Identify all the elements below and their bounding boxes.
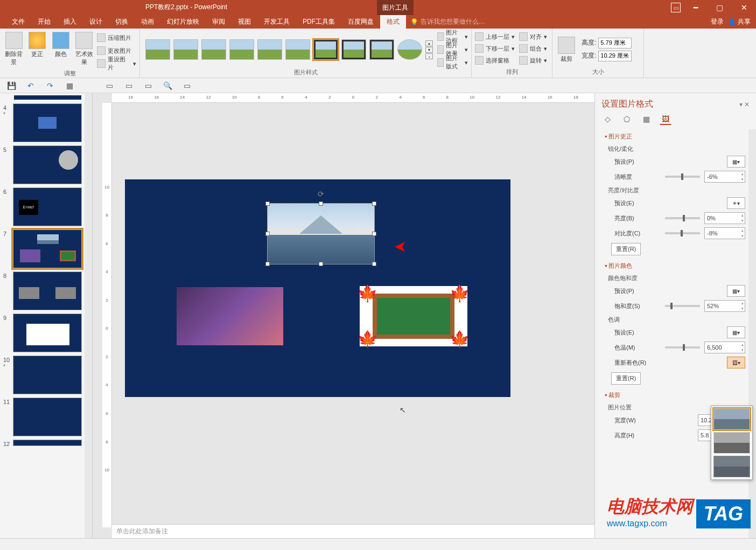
- recolor-option[interactable]: [713, 456, 750, 477]
- tone-preset-button[interactable]: ▦▾: [727, 326, 745, 338]
- recolor-popup[interactable]: [711, 406, 753, 480]
- saturation-preset-button[interactable]: ▦▾: [727, 285, 745, 297]
- pane-tab-picture[interactable]: 🖼: [660, 113, 671, 125]
- tab-insert[interactable]: 插入: [57, 15, 83, 29]
- crop-button[interactable]: 裁剪: [556, 36, 577, 63]
- change-picture-button[interactable]: 更改图片: [97, 45, 136, 57]
- style-preset[interactable]: [201, 39, 226, 60]
- slide-thumb[interactable]: E=mc²: [13, 187, 82, 226]
- picture-border-button[interactable]: 图片边框 ▾: [437, 31, 468, 43]
- section-corrections[interactable]: 图片更正: [605, 129, 751, 143]
- pane-tab-effects[interactable]: ⬠: [621, 113, 633, 125]
- clarity-value[interactable]: -6%: [704, 171, 745, 183]
- slide-thumb[interactable]: [13, 356, 82, 394]
- color-button[interactable]: 颜色: [50, 31, 71, 58]
- reset-picture-button[interactable]: 重设图片 ▾: [97, 58, 136, 69]
- pane-tab-fill[interactable]: ◇: [601, 113, 613, 125]
- slide-thumb[interactable]: [13, 314, 82, 352]
- qat-icon[interactable]: ▭: [182, 81, 192, 90]
- tab-file[interactable]: 文件: [5, 15, 31, 29]
- corrections-button[interactable]: 更正: [26, 31, 47, 58]
- height-input[interactable]: [598, 38, 632, 48]
- style-preset-selected[interactable]: [313, 39, 338, 60]
- close-button[interactable]: ✕: [732, 0, 756, 15]
- section-crop[interactable]: 裁剪: [605, 388, 751, 401]
- share-button[interactable]: 👤 共享: [728, 17, 751, 26]
- style-preset[interactable]: [285, 39, 310, 60]
- slide-thumb[interactable]: [13, 145, 82, 184]
- minimize-button[interactable]: ━: [683, 0, 708, 15]
- brightness-slider[interactable]: [665, 217, 700, 219]
- group-button[interactable]: 组合 ▾: [519, 43, 547, 54]
- clarity-slider[interactable]: [665, 176, 700, 178]
- compress-pictures-button[interactable]: 压缩图片: [97, 32, 136, 44]
- recolor-button[interactable]: 🖼▾: [727, 357, 745, 368]
- tab-review[interactable]: 审阅: [206, 15, 232, 29]
- selected-image[interactable]: ⟳: [267, 203, 375, 264]
- tab-slideshow[interactable]: 幻灯片放映: [160, 15, 206, 29]
- picture-layout-button[interactable]: 图片版式 ▾: [437, 57, 468, 68]
- brightness-value[interactable]: 0%: [704, 212, 745, 224]
- selection-pane-button[interactable]: 选择窗格: [475, 54, 515, 66]
- slide-image[interactable]: 🍁 🍁 🍁 🍁: [360, 286, 467, 346]
- contextual-tab-picture-tools[interactable]: 图片工具: [377, 0, 414, 15]
- redo-button[interactable]: ↷: [45, 81, 55, 90]
- contrast-slider[interactable]: [665, 232, 700, 234]
- tab-transitions[interactable]: 切换: [109, 15, 135, 29]
- section-color[interactable]: 图片颜色: [605, 259, 751, 272]
- qat-icon[interactable]: ▦: [65, 81, 74, 90]
- slide-image[interactable]: [177, 287, 283, 345]
- qat-icon[interactable]: ▭: [104, 81, 114, 90]
- slide-canvas[interactable]: ⟳ ➤ 🍁 🍁 🍁 🍁: [125, 179, 510, 397]
- login-link[interactable]: 登录: [711, 17, 724, 26]
- tab-format[interactable]: 格式: [380, 15, 406, 29]
- sharpen-preset-button[interactable]: ▦▾: [727, 156, 745, 168]
- style-preset[interactable]: [229, 39, 254, 60]
- tab-home[interactable]: 开始: [31, 15, 57, 29]
- slide-editor[interactable]: 18161412108642024681012141618 1086420246…: [93, 93, 594, 538]
- slide-thumb[interactable]: [13, 271, 82, 310]
- temp-value[interactable]: 6,500: [704, 342, 745, 353]
- rotate-handle[interactable]: ⟳: [318, 190, 324, 198]
- artistic-effects-button[interactable]: 艺术效果: [73, 31, 94, 66]
- slide-thumbnails[interactable]: 4* 5 6E=mc² 7 8 9 10* 11 12: [0, 93, 93, 538]
- slide-thumb[interactable]: [13, 398, 82, 436]
- remove-background-button[interactable]: 删除背景: [3, 31, 24, 66]
- slide-thumb[interactable]: [13, 103, 82, 142]
- ribbon-options-icon[interactable]: ▭: [671, 3, 681, 12]
- maximize-button[interactable]: ▢: [708, 0, 732, 15]
- undo-button[interactable]: ↶: [26, 81, 36, 90]
- tab-dev[interactable]: 开发工具: [257, 15, 296, 29]
- send-backward-button[interactable]: 下移一层 ▾: [475, 43, 515, 54]
- brightness-preset-button[interactable]: ☀▾: [727, 197, 745, 209]
- save-button[interactable]: 💾: [6, 81, 16, 90]
- saturation-value[interactable]: 52%: [704, 300, 745, 312]
- style-preset[interactable]: [341, 39, 366, 60]
- slide-thumb-selected[interactable]: [13, 229, 82, 268]
- notes-placeholder[interactable]: 单击此处添加备注: [112, 524, 594, 538]
- pane-tab-size[interactable]: ▦: [640, 113, 652, 125]
- style-preset[interactable]: [397, 39, 422, 60]
- qat-icon[interactable]: 🔍: [163, 81, 172, 90]
- recolor-option[interactable]: [713, 432, 750, 454]
- contrast-value[interactable]: -8%: [704, 227, 745, 239]
- bring-forward-button[interactable]: 上移一层 ▾: [475, 31, 515, 43]
- pane-close-button[interactable]: ▾ ✕: [739, 101, 750, 108]
- align-button[interactable]: 对齐 ▾: [519, 31, 547, 43]
- tab-design[interactable]: 设计: [83, 15, 109, 29]
- qat-icon[interactable]: ▭: [143, 81, 153, 90]
- tab-animations[interactable]: 动画: [135, 15, 160, 29]
- style-preset[interactable]: [257, 39, 282, 60]
- gallery-more-button[interactable]: ▴▾⌄: [425, 40, 433, 59]
- recolor-option[interactable]: [713, 408, 750, 430]
- style-preset[interactable]: [145, 39, 170, 60]
- style-preset[interactable]: [173, 39, 198, 60]
- reset-corrections-button[interactable]: 重置(R): [611, 243, 641, 255]
- tab-pdf[interactable]: PDF工具集: [296, 15, 341, 29]
- saturation-slider[interactable]: [665, 305, 700, 307]
- style-preset[interactable]: [369, 39, 394, 60]
- temp-slider[interactable]: [665, 346, 700, 349]
- tell-me-input[interactable]: 💡 告诉我您想要做什么…: [410, 17, 485, 26]
- tab-view[interactable]: 视图: [232, 15, 257, 29]
- width-input[interactable]: [598, 51, 632, 61]
